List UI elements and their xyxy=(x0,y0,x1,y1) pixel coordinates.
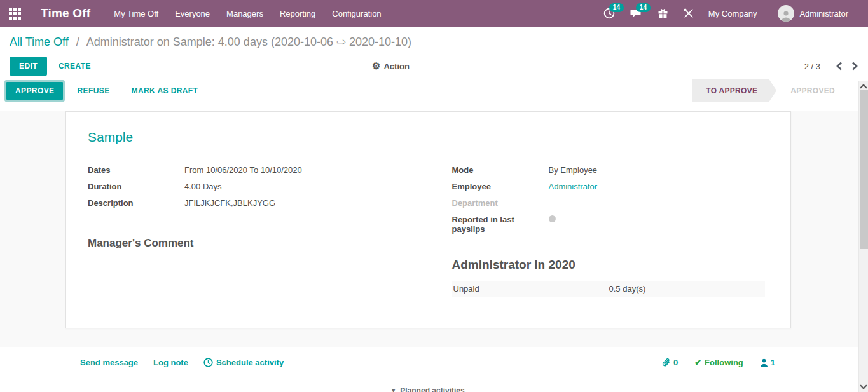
managers-comment-title: Manager's Comment xyxy=(88,237,429,250)
statusbar-buttons: APPROVE REFUSE MARK AS DRAFT xyxy=(6,82,212,100)
breadcrumb-current: Administrator on Sample: 4.00 days (2020… xyxy=(86,36,411,48)
log-note-button[interactable]: Log note xyxy=(153,358,188,367)
main-menu: My Time Off Everyone Managers Reporting … xyxy=(108,0,387,27)
messages-button[interactable]: 14 xyxy=(624,0,648,27)
field-value-mode: By Employee xyxy=(549,165,598,175)
reported-payslips-indicator-dot xyxy=(549,215,556,222)
attachments-button[interactable]: 0 xyxy=(662,358,678,367)
breadcrumb-parent-link[interactable]: All Time Off xyxy=(10,36,69,48)
field-label-mode: Mode xyxy=(452,165,549,175)
tools-button[interactable] xyxy=(678,0,699,27)
field-label-dates: Dates xyxy=(88,165,184,175)
action-label: Action xyxy=(383,62,409,71)
field-value-employee-link[interactable]: Administrator xyxy=(549,182,598,191)
schedule-activity-label: Schedule activity xyxy=(216,358,284,367)
clock-icon xyxy=(203,358,213,367)
field-department: Department xyxy=(452,198,769,208)
avatar xyxy=(778,5,794,22)
approve-button[interactable]: APPROVE xyxy=(6,82,63,100)
activity-count-badge: 14 xyxy=(609,3,624,12)
record-title: Sample xyxy=(88,130,769,145)
leave-summary: Administrator in 2020 Unpaid 0.5 day(s) xyxy=(452,258,769,297)
field-value-duration: 4.00 Days xyxy=(184,182,222,191)
mark-as-draft-button[interactable]: MARK AS DRAFT xyxy=(124,82,206,100)
breadcrumb-separator: / xyxy=(76,36,79,48)
planned-activities-label: Planned activities xyxy=(400,386,464,392)
menu-reporting[interactable]: Reporting xyxy=(274,0,321,27)
menu-managers[interactable]: Managers xyxy=(221,0,269,27)
schedule-activity-button[interactable]: Schedule activity xyxy=(203,358,284,367)
refuse-button[interactable]: REFUSE xyxy=(69,82,117,100)
scroll-down-arrow-icon[interactable] xyxy=(860,382,867,389)
caret-down-icon: ▼ xyxy=(390,388,396,392)
field-label-reported-payslips: Reported in last payslips xyxy=(452,215,549,234)
gear-icon: ⚙ xyxy=(372,60,380,72)
apps-grid-icon xyxy=(9,8,21,20)
state-to-approve[interactable]: TO APPROVE xyxy=(692,79,776,102)
user-menu[interactable]: Administrator xyxy=(766,0,859,27)
field-duration: Duration 4.00 Days xyxy=(88,182,429,191)
edit-button[interactable]: EDIT xyxy=(10,57,47,76)
field-employee: Employee Administrator xyxy=(452,182,769,191)
planned-activities-divider: ▼ Planned activities xyxy=(80,386,775,392)
field-dates: Dates From 10/06/2020 To 10/10/2020 xyxy=(88,165,429,175)
send-message-button[interactable]: Send message xyxy=(80,358,138,367)
record-card: Sample Dates From 10/06/2020 To 10/10/20… xyxy=(65,111,791,328)
field-mode: Mode By Employee xyxy=(452,165,769,175)
chatter-toolbar: Send message Log note Schedule activity … xyxy=(80,358,775,367)
chatter: Send message Log note Schedule activity … xyxy=(0,347,868,392)
field-description: Description JFILJKJCFK,JBLKJYGG xyxy=(88,198,429,208)
followers-button[interactable]: 1 xyxy=(760,358,775,367)
following-button[interactable]: ✔ Following xyxy=(694,358,743,367)
vertical-scrollbar[interactable] xyxy=(858,81,868,392)
app-title[interactable]: Time Off xyxy=(41,6,90,20)
field-label-duration: Duration xyxy=(88,182,184,191)
leave-summary-row: Unpaid 0.5 day(s) xyxy=(452,281,765,297)
pager-value: 2 / 3 xyxy=(804,62,820,71)
menu-everyone[interactable]: Everyone xyxy=(169,0,216,27)
field-label-department: Department xyxy=(452,198,549,208)
state-approved[interactable]: APPROVED xyxy=(776,79,849,102)
field-column-right: Mode By Employee Employee Administrator … xyxy=(429,165,769,297)
control-panel: EDIT CREATE ⚙ Action 2 / 3 xyxy=(0,53,868,79)
planned-activities-toggle[interactable]: ▼ Planned activities xyxy=(384,386,471,392)
field-reported-payslips: Reported in last payslips xyxy=(452,215,769,234)
gift-icon xyxy=(658,8,668,19)
navbar-left: Time Off My Time Off Everyone Managers R… xyxy=(0,0,387,27)
field-value-dates: From 10/06/2020 To 10/10/2020 xyxy=(184,165,302,175)
menu-my-time-off[interactable]: My Time Off xyxy=(108,0,164,27)
paperclip-icon xyxy=(662,358,671,367)
leave-summary-title: Administrator in 2020 xyxy=(452,258,769,272)
systray: 14 14 My Company Administrator xyxy=(598,0,859,27)
field-value-description: JFILJKJCFK,JBLKJYGG xyxy=(184,198,275,208)
leave-type: Unpaid xyxy=(453,284,609,294)
statusbar-states: TO APPROVE APPROVED xyxy=(692,79,849,102)
menu-configuration[interactable]: Configuration xyxy=(326,0,387,27)
activities-button[interactable]: 14 xyxy=(598,0,621,27)
user-name: Administrator xyxy=(794,9,853,18)
pager: 2 / 3 xyxy=(804,62,858,71)
pager-previous-button[interactable] xyxy=(836,62,843,71)
field-label-employee: Employee xyxy=(452,182,549,191)
pager-next-button[interactable] xyxy=(851,62,858,71)
followers-count: 1 xyxy=(771,358,775,367)
message-count-badge: 14 xyxy=(636,3,651,12)
scrollbar-thumb[interactable] xyxy=(860,90,868,249)
divider-dash-left xyxy=(80,391,384,391)
statusbar: APPROVE REFUSE MARK AS DRAFT TO APPROVE … xyxy=(0,79,868,102)
leave-amount: 0.5 day(s) xyxy=(609,284,646,294)
top-navbar: Time Off My Time Off Everyone Managers R… xyxy=(0,0,868,27)
person-icon xyxy=(760,358,768,367)
breadcrumb: All Time Off / Administrator on Sample: … xyxy=(0,27,868,53)
field-grid: Dates From 10/06/2020 To 10/10/2020 Dura… xyxy=(88,165,769,297)
check-icon: ✔ xyxy=(694,358,701,367)
action-menu-button[interactable]: ⚙ Action xyxy=(372,53,410,79)
apps-menu-button[interactable] xyxy=(0,0,29,27)
divider-dash-right xyxy=(471,391,775,391)
field-label-description: Description xyxy=(88,198,184,208)
attachments-count: 0 xyxy=(673,358,678,367)
create-button[interactable]: CREATE xyxy=(51,57,99,76)
form-sheet-area: Sample Dates From 10/06/2020 To 10/10/20… xyxy=(0,111,868,347)
company-switcher[interactable]: My Company xyxy=(703,0,762,27)
gift-button[interactable] xyxy=(652,0,674,27)
